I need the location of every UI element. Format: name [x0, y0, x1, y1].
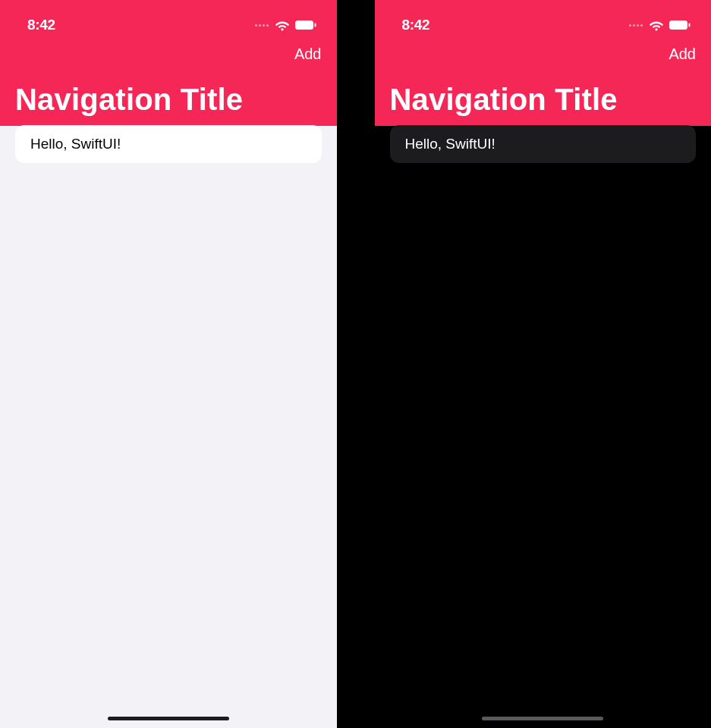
battery-icon	[669, 20, 691, 30]
svg-point-0	[281, 28, 283, 30]
list-item[interactable]: Hello, SwiftUI!	[390, 125, 697, 163]
nav-button-row: Add	[0, 41, 337, 64]
nav-title-row: Navigation Title	[0, 64, 337, 126]
page-title: Navigation Title	[15, 83, 322, 117]
add-button[interactable]: Add	[294, 46, 322, 63]
status-bar: 8:42	[0, 0, 337, 41]
wifi-icon	[275, 20, 290, 31]
svg-rect-2	[314, 24, 316, 27]
home-indicator[interactable]	[482, 717, 603, 720]
wifi-icon	[649, 20, 664, 31]
status-icons	[255, 20, 317, 31]
page-title: Navigation Title	[390, 83, 697, 117]
cellular-dots-icon	[629, 24, 643, 27]
cellular-dots-icon	[255, 24, 269, 27]
phone-light: 8:42 Add Navigation Title	[0, 0, 337, 728]
svg-point-3	[655, 28, 657, 30]
svg-rect-5	[689, 24, 691, 27]
add-button[interactable]: Add	[669, 46, 696, 63]
battery-icon	[294, 20, 317, 30]
navigation-bar: 8:42 Add Navigation Title	[375, 0, 712, 126]
phone-dark: 8:42 Add Navigation Title	[375, 0, 712, 728]
nav-button-row: Add	[375, 41, 712, 64]
svg-rect-1	[295, 20, 313, 30]
status-time: 8:42	[402, 17, 430, 33]
status-icons	[629, 20, 691, 31]
status-bar: 8:42	[375, 0, 712, 41]
svg-rect-4	[669, 20, 687, 30]
list-item-label: Hello, SwiftUI!	[30, 136, 121, 152]
nav-title-row: Navigation Title	[375, 64, 712, 126]
content-area: Hello, SwiftUI!	[0, 125, 337, 163]
list-item-label: Hello, SwiftUI!	[405, 136, 495, 152]
navigation-bar: 8:42 Add Navigation Title	[0, 0, 337, 126]
list-item[interactable]: Hello, SwiftUI!	[15, 125, 322, 163]
content-area: Hello, SwiftUI!	[375, 125, 712, 163]
home-indicator[interactable]	[108, 717, 229, 720]
status-time: 8:42	[27, 17, 55, 33]
